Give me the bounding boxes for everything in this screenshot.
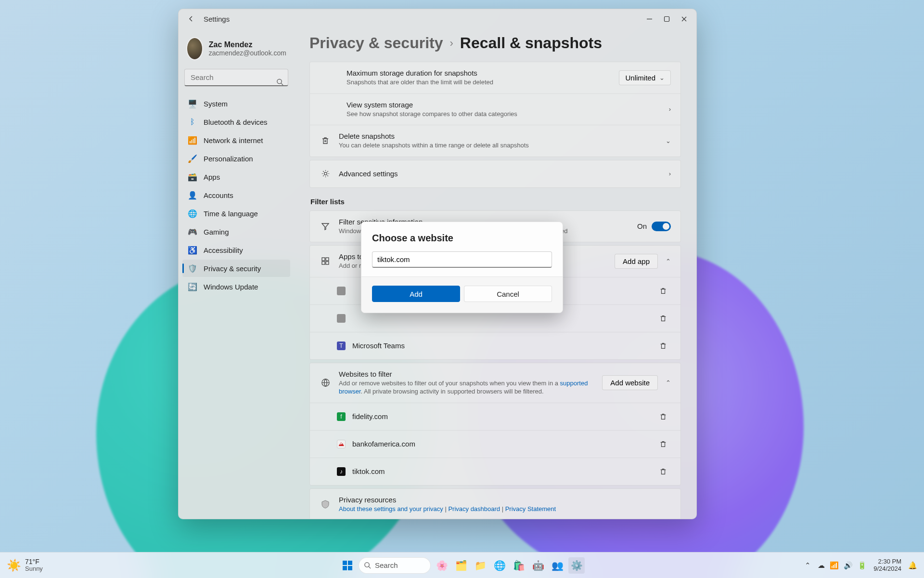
nav-personalization[interactable]: 🖌️Personalization <box>182 150 290 167</box>
wifi-icon[interactable]: 📶 <box>830 561 839 570</box>
explorer-icon[interactable]: 📁 <box>472 557 488 574</box>
system-tray[interactable]: ⌃ ☁ 📶 🔊 🔋 2:30 PM 9/24/2024 🔔 <box>805 558 917 573</box>
max-storage-dropdown[interactable]: Unlimited ⌄ <box>619 70 671 85</box>
minimize-button[interactable] <box>641 10 658 27</box>
max-storage-row[interactable]: Maximum storage duration for snapshots S… <box>310 62 680 93</box>
search-input[interactable] <box>184 69 288 86</box>
svg-rect-11 <box>348 566 352 570</box>
svg-point-2 <box>324 172 327 175</box>
websites-filter-card: Websites to filter Add or remove website… <box>309 363 681 486</box>
tray-expand-icon[interactable]: ⌃ <box>805 561 811 570</box>
privacy-dashboard-link[interactable]: Privacy dashboard <box>448 505 500 512</box>
add-app-button[interactable]: Add app <box>615 254 658 269</box>
teams-icon[interactable]: 👥 <box>549 557 565 574</box>
system-icon: 🖥️ <box>188 99 197 108</box>
chevron-down-icon: ⌄ <box>666 137 671 144</box>
network-icon: 📶 <box>188 136 197 144</box>
delete-website-button[interactable] <box>655 436 671 452</box>
toggle-state-label: On <box>637 222 647 230</box>
websites-filter-header[interactable]: Websites to filter Add or remove website… <box>310 363 680 403</box>
avatar <box>186 37 203 60</box>
nav-time[interactable]: 🌐Time & language <box>182 205 290 222</box>
onedrive-icon[interactable]: ☁ <box>818 561 825 570</box>
bluetooth-icon: ᛒ <box>188 118 197 126</box>
app-item: T Microsoft Teams <box>310 332 680 359</box>
weather-widget[interactable]: ☀️ 71°F Sunny <box>7 558 43 573</box>
nav-gaming[interactable]: 🎮Gaming <box>182 223 290 240</box>
privacy-statement-link[interactable]: Privacy Statement <box>505 505 556 512</box>
modal-cancel-button[interactable]: Cancel <box>464 286 552 302</box>
nav-bluetooth[interactable]: ᛒBluetooth & devices <box>182 113 290 131</box>
nav-system[interactable]: 🖥️System <box>182 95 290 112</box>
filter-icon <box>320 221 331 232</box>
add-website-button[interactable]: Add website <box>602 375 658 390</box>
close-button[interactable] <box>675 10 693 27</box>
notifications-icon[interactable]: 🔔 <box>908 561 917 570</box>
app-icon <box>337 287 346 295</box>
start-button[interactable] <box>339 557 356 574</box>
store-icon[interactable]: 🛍️ <box>511 557 527 574</box>
svg-rect-9 <box>348 561 352 565</box>
user-name: Zac Mendez <box>209 40 286 49</box>
chevron-down-icon: ⌄ <box>659 74 665 81</box>
site-icon: ⛰ <box>337 440 346 448</box>
apps-icon: 🗃️ <box>188 172 197 181</box>
site-icon: ♪ <box>337 467 346 476</box>
window-title: Settings <box>204 15 230 23</box>
website-item: ⛰ bankofamerica.com <box>310 430 680 458</box>
accounts-icon: 👤 <box>188 191 197 199</box>
breadcrumb: Privacy & security › Recall & snapshots <box>309 34 681 52</box>
advanced-card[interactable]: Advanced settings › <box>309 160 681 188</box>
svg-rect-4 <box>326 258 329 261</box>
back-button[interactable] <box>182 10 200 27</box>
breadcrumb-parent[interactable]: Privacy & security <box>309 34 443 52</box>
nav-accounts[interactable]: 👤Accounts <box>182 186 290 204</box>
weather-icon: ☀️ <box>7 559 21 572</box>
nav-update[interactable]: 🔄Windows Update <box>182 278 290 295</box>
website-item: f fidelity.com <box>310 403 680 430</box>
delete-website-button[interactable] <box>655 464 671 479</box>
titlebar: Settings <box>179 9 696 28</box>
sidebar: Zac Mendez zacmendez@outlook.com 🖥️Syste… <box>179 28 294 519</box>
website-url-input[interactable] <box>372 251 552 268</box>
storage-card: Maximum storage duration for snapshots S… <box>309 62 681 157</box>
update-icon: 🔄 <box>188 282 197 291</box>
gear-icon <box>320 168 331 180</box>
delete-snapshots-row[interactable]: Delete snapshots You can delete snapshot… <box>310 125 680 157</box>
task-view-icon[interactable]: 🗂️ <box>453 557 469 574</box>
user-email: zacmendez@outlook.com <box>209 49 286 57</box>
maximize-button[interactable] <box>658 10 675 27</box>
clock[interactable]: 2:30 PM 9/24/2024 <box>873 558 901 573</box>
delete-app-button[interactable] <box>655 338 671 354</box>
taskbar-search[interactable]: Search <box>359 557 431 574</box>
nav-privacy[interactable]: 🛡️Privacy & security <box>182 260 290 277</box>
widgets-icon[interactable]: 🌸 <box>434 557 450 574</box>
edge-icon[interactable]: 🌐 <box>491 557 508 574</box>
svg-rect-8 <box>343 561 347 565</box>
copilot-icon[interactable]: 🤖 <box>530 557 546 574</box>
accessibility-icon: ♿ <box>188 246 197 254</box>
svg-rect-0 <box>664 16 669 21</box>
nav-list: 🖥️System ᛒBluetooth & devices 📶Network &… <box>182 95 290 295</box>
app-icon <box>337 314 346 323</box>
battery-icon[interactable]: 🔋 <box>858 561 867 570</box>
delete-app-button[interactable] <box>655 311 671 326</box>
sensitive-toggle[interactable] <box>652 222 671 231</box>
nav-accessibility[interactable]: ♿Accessibility <box>182 241 290 259</box>
time-icon: 🌐 <box>188 209 197 218</box>
view-storage-row[interactable]: View system storage See how snapshot sto… <box>310 93 680 125</box>
page-title: Recall & snapshots <box>460 34 602 52</box>
delete-app-button[interactable] <box>655 283 671 299</box>
user-profile[interactable]: Zac Mendez zacmendez@outlook.com <box>182 32 290 69</box>
nav-apps[interactable]: 🗃️Apps <box>182 168 290 185</box>
settings-icon[interactable]: ⚙️ <box>568 557 585 574</box>
privacy-about-link[interactable]: About these settings and your privacy <box>339 505 443 512</box>
svg-rect-6 <box>326 262 329 264</box>
nav-network[interactable]: 📶Network & internet <box>182 131 290 149</box>
websites-sub: Add or remove websites to filter out of … <box>339 379 594 396</box>
volume-icon[interactable]: 🔊 <box>844 561 853 570</box>
delete-website-button[interactable] <box>655 409 671 424</box>
modal-add-button[interactable]: Add <box>372 286 460 302</box>
chevron-up-icon: ⌃ <box>666 258 671 265</box>
choose-website-dialog: Choose a website Add Cancel <box>361 222 563 313</box>
